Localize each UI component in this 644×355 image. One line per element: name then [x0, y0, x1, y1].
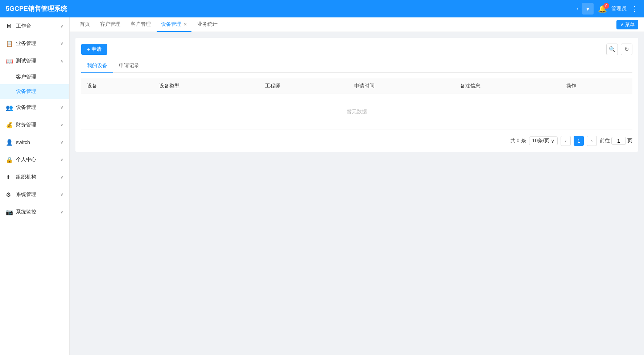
search-button[interactable]: 🔍 [606, 44, 618, 55]
sidebar-item-switch[interactable]: 👤 switch ∨ [0, 134, 69, 151]
prev-icon: ‹ [565, 138, 566, 144]
personal-icon: 🔒 [6, 156, 13, 163]
sidebar-label-switch: switch [16, 139, 60, 145]
system-arrow: ∨ [60, 192, 63, 197]
dropdown-btn[interactable]: ▾ [582, 3, 594, 15]
col-device: 设备 [81, 78, 153, 94]
refresh-button[interactable]: ↻ [621, 44, 632, 55]
top-header: 5GCPE销售管理系统 ← ▾ 🔔 0 管理员 ⋮ [0, 0, 644, 17]
finance-arrow: ∨ [60, 122, 63, 127]
sidebar-item-workspace[interactable]: 🖥 工作台 ∨ [0, 17, 69, 35]
tabs-menu-btn[interactable]: ∨ 菜单 [616, 20, 638, 29]
pagination-next[interactable]: › [587, 136, 597, 146]
plus-icon: + [87, 46, 90, 52]
personal-arrow: ∨ [60, 157, 63, 162]
sidebar-label-monitor: 系统监控 [16, 209, 60, 215]
finance-icon: 💰 [6, 122, 13, 128]
sidebar-subitem-customer[interactable]: 客户管理 [0, 70, 69, 84]
tab-customer1[interactable]: 客户管理 [96, 17, 125, 32]
goto-prefix: 前往 [600, 138, 610, 144]
equipment-icon: 👥 [6, 104, 13, 111]
chevron-down-icon: ∨ [620, 22, 624, 27]
test-arrow: ∧ [60, 58, 63, 64]
per-page-arrow: ∨ [551, 138, 554, 144]
col-action: 操作 [560, 78, 632, 94]
sub-tab-apply-record[interactable]: 申请记录 [113, 60, 145, 73]
page-header: + 申请 🔍 ↻ [81, 44, 632, 55]
sidebar-subitem-device[interactable]: 设备管理 [0, 84, 69, 99]
switch-arrow: ∨ [60, 140, 63, 145]
org-icon: ⬆ [6, 174, 13, 181]
tab-home[interactable]: 首页 [75, 17, 94, 32]
sidebar-item-org[interactable]: ⬆ 组织机构 ∨ [0, 168, 69, 186]
main-content: + 申请 🔍 ↻ 我的设备 [70, 32, 644, 355]
sidebar: 🖥 工作台 ∨ 📋 业务管理 ∨ 📖 测试管理 ∧ 客户管理 设备管理 👥 设备… [0, 17, 70, 355]
app-title: 5GCPE销售管理系统 [6, 4, 573, 13]
search-icon: 🔍 [609, 46, 616, 53]
page-1-label: 1 [577, 138, 580, 144]
switch-icon: 👤 [6, 139, 13, 146]
sidebar-label-workspace: 工作台 [16, 23, 60, 29]
bell-badge: 0 [603, 3, 609, 9]
pagination-per-page[interactable]: 10条/页 ∨ [529, 136, 558, 145]
sidebar-label-personal: 个人中心 [16, 156, 60, 163]
goto-input[interactable] [611, 137, 626, 145]
sidebar-label-business: 业务管理 [16, 40, 60, 47]
sidebar-label-system: 系统管理 [16, 191, 60, 198]
header-right: ▾ 🔔 0 管理员 ⋮ [582, 3, 638, 15]
tab-customer2[interactable]: 客户管理 [126, 17, 155, 32]
pagination-total-count: 0 [517, 138, 520, 143]
tab-device-close[interactable]: ✕ [183, 22, 187, 27]
pagination: 共 0 条 10条/页 ∨ ‹ 1 › [81, 136, 632, 146]
header-actions: 🔍 ↻ [606, 44, 632, 55]
more-icon[interactable]: ⋮ [631, 4, 638, 13]
workspace-icon: 🖥 [6, 23, 13, 29]
per-page-label: 10条/页 [532, 138, 549, 144]
org-arrow: ∨ [60, 175, 63, 180]
sidebar-item-personal[interactable]: 🔒 个人中心 ∨ [0, 151, 69, 168]
sidebar-item-business[interactable]: 📋 业务管理 ∨ [0, 35, 69, 52]
sidebar-subitem-device-label: 设备管理 [16, 88, 36, 95]
pagination-prev[interactable]: ‹ [561, 136, 571, 146]
sidebar-item-monitor[interactable]: 📷 系统监控 ∨ [0, 203, 69, 221]
sub-tab-my-device-label: 我的设备 [87, 62, 107, 68]
dropdown-icon: ▾ [586, 5, 589, 12]
col-device-type: 设备类型 [153, 78, 259, 94]
sidebar-item-system[interactable]: ⚙ 系统管理 ∨ [0, 186, 69, 203]
empty-row: 暂无数据 [81, 94, 632, 130]
col-apply-time: 申请时间 [348, 78, 454, 94]
pagination-page-1[interactable]: 1 [574, 136, 584, 146]
add-apply-button[interactable]: + 申请 [81, 44, 107, 55]
bell-btn[interactable]: 🔔 0 [598, 4, 607, 13]
sub-tabs: 我的设备 申请记录 [81, 60, 632, 73]
admin-label[interactable]: 管理员 [611, 5, 627, 12]
sidebar-label-equipment: 设备管理 [16, 104, 60, 111]
tab-device[interactable]: 设备管理 ✕ [157, 17, 191, 32]
main-layout: 🖥 工作台 ∨ 📋 业务管理 ∨ 📖 测试管理 ∧ 客户管理 设备管理 👥 设备… [0, 17, 644, 355]
sidebar-subitem-customer-label: 客户管理 [16, 74, 36, 80]
monitor-icon: 📷 [6, 209, 13, 216]
sidebar-item-equipment[interactable]: 👥 设备管理 ∨ [0, 99, 69, 116]
next-icon: › [591, 138, 593, 144]
empty-text: 暂无数据 [81, 94, 632, 130]
col-notes: 备注信息 [454, 78, 560, 94]
tab-stats[interactable]: 业务统计 [193, 17, 222, 32]
pagination-total: 共 0 条 [510, 138, 526, 144]
business-arrow: ∨ [60, 41, 63, 46]
sub-tab-my-device[interactable]: 我的设备 [81, 60, 113, 73]
back-icon[interactable]: ← [575, 5, 582, 13]
tabs-bar: 首页 客户管理 客户管理 设备管理 ✕ 业务统计 ∨ 菜单 [70, 17, 644, 32]
sidebar-label-org: 组织机构 [16, 174, 60, 180]
test-icon: 📖 [6, 58, 13, 65]
refresh-icon: ↻ [624, 46, 629, 53]
sidebar-item-finance[interactable]: 💰 财务管理 ∨ [0, 116, 69, 134]
col-engineer: 工程师 [259, 78, 348, 94]
device-table: 设备 设备类型 工程师 申请时间 备注信息 操作 暂无数据 [81, 78, 632, 130]
add-apply-label: 申请 [91, 46, 102, 53]
system-icon: ⚙ [6, 191, 13, 198]
sidebar-item-test[interactable]: 📖 测试管理 ∧ [0, 52, 69, 70]
sidebar-label-finance: 财务管理 [16, 122, 60, 128]
business-icon: 📋 [6, 40, 13, 47]
sub-tab-apply-record-label: 申请记录 [119, 62, 139, 68]
equipment-arrow: ∨ [60, 105, 63, 110]
